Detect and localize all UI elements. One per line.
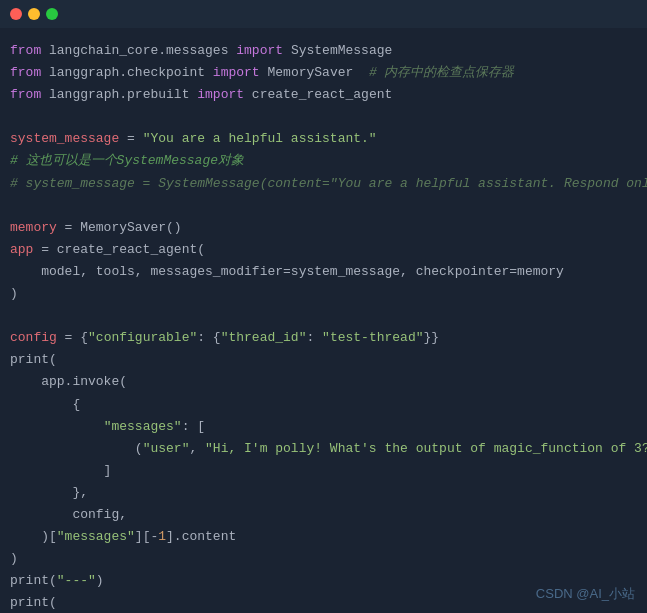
code-line: from langgraph.prebuilt import create_re…: [10, 84, 637, 106]
code-line: },: [10, 482, 637, 504]
code-line: model, tools, messages_modifier=system_m…: [10, 261, 637, 283]
code-line: )["messages"][-1].content: [10, 526, 637, 548]
code-line: config,: [10, 504, 637, 526]
code-line: from langchain_core.messages import Syst…: [10, 40, 637, 62]
code-line: from langgraph.checkpoint import MemoryS…: [10, 62, 637, 84]
code-line: # system_message = SystemMessage(content…: [10, 173, 637, 195]
code-line: config = {"configurable": {"thread_id": …: [10, 327, 637, 349]
code-line: # 这也可以是一个SystemMessage对象: [10, 150, 637, 172]
code-line: [10, 106, 637, 128]
close-dot[interactable]: [10, 8, 22, 20]
code-line: [10, 195, 637, 217]
code-line: system_message = "You are a helpful assi…: [10, 128, 637, 150]
code-line: memory = MemorySaver(): [10, 217, 637, 239]
code-line: ("user", "Hi, I'm polly! What's the outp…: [10, 438, 637, 460]
minimize-dot[interactable]: [28, 8, 40, 20]
code-line: [10, 305, 637, 327]
title-bar: [0, 0, 647, 28]
code-line: app.invoke(: [10, 371, 637, 393]
code-line: app = create_react_agent(: [10, 239, 637, 261]
code-line: ): [10, 548, 637, 570]
maximize-dot[interactable]: [46, 8, 58, 20]
code-line: ): [10, 283, 637, 305]
code-line: print(: [10, 349, 637, 371]
watermark: CSDN @AI_小站: [536, 585, 635, 603]
code-editor: from langchain_core.messages import Syst…: [0, 28, 647, 613]
code-line: "messages": [: [10, 416, 637, 438]
code-line: ]: [10, 460, 637, 482]
code-line: {: [10, 394, 637, 416]
